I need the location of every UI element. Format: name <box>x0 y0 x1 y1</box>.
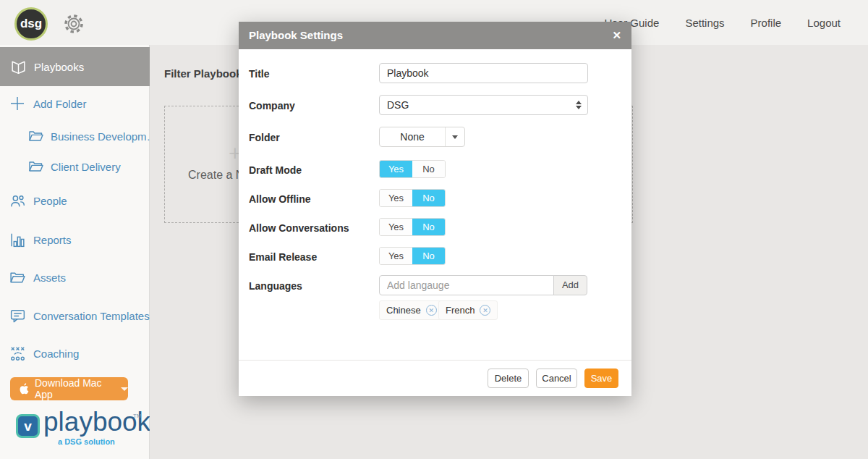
sidebar-item-label: Playbooks <box>34 61 84 73</box>
draft-mode-label: Draft Mode <box>249 164 302 176</box>
allow-offline-toggle: Yes No <box>379 189 446 207</box>
sidebar-item-assets[interactable]: Assets <box>0 266 150 288</box>
sidebar-item-conversation-templates[interactable]: Conversation Templates <box>0 305 150 327</box>
top-navigation: User Guide Settings Profile Logout <box>605 0 841 45</box>
title-input[interactable] <box>379 63 588 83</box>
modal-header: Playbook Settings ✕ <box>239 22 631 49</box>
cancel-button[interactable]: Cancel <box>536 369 577 388</box>
email-release-toggle: Yes No <box>379 247 446 265</box>
select-arrows-icon <box>576 101 582 109</box>
people-icon <box>9 192 27 210</box>
bar-chart-icon <box>9 231 27 249</box>
languages-label: Languages <box>249 280 302 292</box>
coaching-playbook-icon <box>9 345 27 363</box>
company-select-value: DSG <box>387 99 409 111</box>
language-tag-french: French ✕ <box>438 300 498 320</box>
sidebar: Playbooks Add Folder Business Developm… … <box>0 45 150 459</box>
sidebar-item-playbooks[interactable]: Playbooks <box>0 47 150 86</box>
sidebar-item-label: Client Delivery <box>51 161 121 173</box>
vplaybook-wordmark: playbook <box>43 407 150 437</box>
draft-mode-yes-button[interactable]: Yes <box>380 161 412 177</box>
chevron-down-icon[interactable] <box>445 127 464 146</box>
allow-offline-yes-button[interactable]: Yes <box>380 190 412 206</box>
nav-logout[interactable]: Logout <box>807 17 841 29</box>
playbook-settings-modal: Playbook Settings ✕ Title Company Folder… <box>239 22 631 396</box>
trademark-symbol: TM <box>133 413 142 419</box>
sidebar-item-label: Conversation Templates <box>33 310 150 322</box>
folder-icon <box>9 269 27 287</box>
folder-label: Folder <box>249 132 280 143</box>
sidebar-item-reports[interactable]: Reports <box>0 229 150 250</box>
chevron-down-icon <box>121 387 128 391</box>
email-release-yes-button[interactable]: Yes <box>380 248 412 264</box>
apple-icon <box>19 383 29 395</box>
dsg-logo-text: dsg <box>20 17 42 31</box>
modal-title: Playbook Settings <box>249 29 343 41</box>
company-select[interactable]: DSG <box>379 95 588 115</box>
allow-offline-label: Allow Offline <box>249 193 311 205</box>
plus-icon <box>9 95 26 112</box>
open-book-icon <box>9 58 27 76</box>
sidebar-item-label: Reports <box>33 234 72 246</box>
sidebar-item-coaching[interactable]: Coaching <box>0 342 150 364</box>
company-label: Company <box>249 100 295 111</box>
allow-conversations-toggle: Yes No <box>379 218 446 236</box>
sidebar-item-label: Business Developm… <box>51 130 158 143</box>
allow-conversations-label: Allow Conversations <box>249 222 349 234</box>
folder-icon <box>27 158 45 175</box>
draft-mode-toggle: Yes No <box>379 160 446 178</box>
email-release-no-button[interactable]: No <box>412 248 445 264</box>
folder-icon <box>27 127 45 145</box>
sidebar-item-label: Assets <box>33 271 66 284</box>
draft-mode-no-button[interactable]: No <box>412 161 445 177</box>
download-button-label: Download Mac App <box>35 377 112 400</box>
allow-conversations-yes-button[interactable]: Yes <box>380 219 412 235</box>
folder-dropdown-value: None <box>380 127 445 146</box>
sidebar-item-label: Add Folder <box>33 98 86 110</box>
folder-dropdown[interactable]: None <box>379 127 465 147</box>
sidebar-item-label: People <box>33 195 67 207</box>
speech-bubble-icon <box>9 307 27 325</box>
allow-conversations-no-button[interactable]: No <box>412 219 445 235</box>
language-tag-chinese: Chinese ✕ <box>379 300 444 320</box>
language-tag-label: Chinese <box>386 305 421 316</box>
remove-tag-icon[interactable]: ✕ <box>480 305 490 316</box>
language-tag-label: French <box>446 305 475 316</box>
title-label: Title <box>249 68 270 80</box>
add-language-input[interactable] <box>379 275 554 295</box>
allow-offline-no-button[interactable]: No <box>412 190 445 206</box>
close-icon[interactable]: ✕ <box>612 29 621 42</box>
vplaybook-logo: v playbook TM a DSG solution <box>16 411 139 452</box>
nav-settings[interactable]: Settings <box>685 17 724 29</box>
sidebar-folder-business-development[interactable]: Business Developm… <box>0 125 150 147</box>
vplaybook-tagline: a DSG solution <box>58 437 115 446</box>
add-language-button[interactable]: Add <box>553 275 587 295</box>
delete-button[interactable]: Delete <box>488 369 529 388</box>
save-button[interactable]: Save <box>584 369 618 388</box>
email-release-label: Email Release <box>249 251 317 263</box>
nav-profile[interactable]: Profile <box>751 17 782 29</box>
dsg-logo[interactable]: dsg <box>14 7 48 41</box>
sidebar-item-add-folder[interactable]: Add Folder <box>0 93 150 114</box>
sidebar-item-people[interactable]: People <box>0 190 150 211</box>
remove-tag-icon[interactable]: ✕ <box>426 305 437 316</box>
modal-footer: Delete Cancel Save <box>239 360 631 396</box>
download-mac-app-button[interactable]: Download Mac App <box>10 377 128 400</box>
gear-icon[interactable] <box>61 11 87 37</box>
filter-playbooks-label: Filter Playbooks <box>164 67 248 80</box>
vplaybook-v-mark: v <box>16 414 40 438</box>
sidebar-folder-client-delivery[interactable]: Client Delivery <box>0 156 150 177</box>
sidebar-item-label: Coaching <box>33 348 79 360</box>
